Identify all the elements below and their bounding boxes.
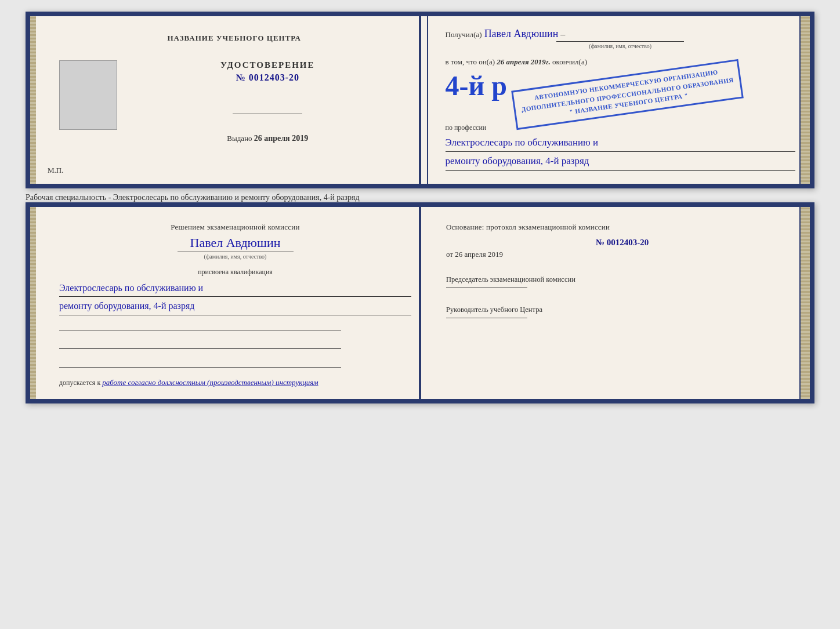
mp-label: М.П. [48, 166, 63, 175]
допускается-block: допускается к работе согласно должностны… [59, 378, 411, 387]
osnov-label: Основание: протокол экзаменационной коми… [446, 221, 798, 234]
right-spine [799, 16, 810, 184]
specialty-label: Рабочая специальность - Электрослесарь п… [26, 188, 814, 202]
ot-prefix: от [446, 250, 453, 259]
profession-line2: ремонту оборудования, 4-й разряд [446, 153, 796, 170]
chairman-title: Председатель экзаменационной комиссии [446, 274, 798, 285]
bottom-left-spine [30, 207, 36, 399]
grade-badge: 4-й р [446, 72, 507, 100]
director-title: Руководитель учебного Центра [446, 304, 798, 315]
bottom-date-value: 26 апреля 2019 [455, 250, 503, 259]
chairman-section: Председатель экзаменационной комиссии [446, 274, 798, 297]
bottom-number-prefix: № [596, 238, 604, 247]
bottom-date: от 26 апреля 2019 [446, 250, 798, 259]
top-certificate: НАЗВАНИЕ УЧЕБНОГО ЦЕНТРА УДОСТОВЕРЕНИЕ №… [26, 12, 814, 188]
prisvoena-label: присвоена квалификация [59, 268, 411, 277]
bottom-number-value: 0012403-20 [607, 238, 649, 247]
okonchil-label: окончил(а) [552, 57, 587, 66]
допускается-label: допускается к [59, 379, 100, 387]
cert-right-page: Получил(а) Павел Авдюшин – (фамилия, имя… [428, 16, 810, 184]
director-sig-line [446, 318, 527, 318]
blank-line-1 [59, 321, 341, 330]
director-section: Руководитель учебного Центра [446, 304, 798, 328]
issued-date: 26 апреля 2019 [254, 134, 308, 143]
blank-line-2 [59, 340, 341, 349]
recipient-name: Павел Авдюшин [484, 28, 559, 40]
stamp-overlay: АВТОНОМНУЮ НЕКОММЕРЧЕСКУЮ ОРГАНИЗАЦИЮ ДО… [511, 59, 744, 130]
bottom-fio-hint: (фамилия, имя, отчество) [178, 252, 294, 260]
dash: – [560, 29, 565, 39]
bottom-left-page: Решением экзаменационной комиссии Павел … [30, 207, 429, 399]
v-tom-chto: в том, что он(а) [446, 57, 495, 66]
cert-number-value: 0012403-20 [249, 72, 299, 82]
qual-line2: ремонту оборудования, 4-й разряд [59, 298, 411, 315]
work-desc: работе согласно должностным (производств… [102, 378, 318, 387]
cert-date-italic: 26 апреля 2019г. [497, 57, 550, 66]
cert-number-prefix: № [236, 72, 246, 82]
recipient-line: Получил(а) Павел Авдюшин – [446, 28, 796, 40]
received-label: Получил(а) [446, 30, 482, 39]
cert-number: № 0012403-20 [236, 72, 299, 83]
profession-line1: Электрослесарь по обслуживанию и [446, 134, 796, 152]
bottom-right-page: Основание: протокол экзаменационной коми… [429, 207, 810, 399]
exam-commission-heading: Решением экзаменационной комиссии [59, 221, 411, 233]
vtomchto-block: в том, что он(а) 26 апреля 2019г. окончи… [446, 56, 796, 68]
qual-line1: Электрослесарь по обслуживанию и [59, 280, 411, 297]
cert-left-page: НАЗВАНИЕ УЧЕБНОГО ЦЕНТРА УДОСТОВЕРЕНИЕ №… [30, 16, 428, 184]
bottom-recipient-name: Павел Авдюшин [59, 235, 411, 250]
fio-hint-top: (фамилия, имя, отчество) [556, 41, 684, 49]
cert-type-label: УДОСТОВЕРЕНИЕ [220, 60, 315, 70]
cert-school-name: НАЗВАНИЕ УЧЕБНОГО ЦЕНТРА [167, 34, 301, 43]
photo-placeholder [59, 60, 117, 130]
issued-label: Выдано [227, 134, 252, 143]
blank-line-3 [59, 358, 341, 368]
bottom-right-spine [799, 207, 810, 399]
issued-date-line: Выдано 26 апреля 2019 [227, 134, 308, 143]
po-professii-label: по профессии [446, 123, 796, 132]
signature-line-left [233, 114, 302, 114]
bottom-number: № 0012403-20 [446, 238, 798, 248]
chairman-sig-line [446, 288, 527, 288]
bottom-certificate: Решением экзаменационной комиссии Павел … [26, 202, 814, 403]
